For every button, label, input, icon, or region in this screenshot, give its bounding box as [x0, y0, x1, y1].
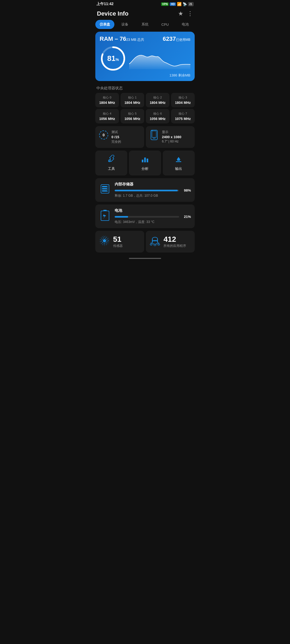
status-bar: 上午11:42 VPN HD 📶 📡 21 — [93, 0, 197, 8]
analysis-button[interactable]: 分析 — [129, 151, 161, 175]
storage-progress-fill — [115, 190, 178, 191]
storage-icon — [99, 184, 111, 196]
svg-rect-5 — [152, 131, 156, 137]
battery-icon — [99, 209, 111, 223]
svg-rect-14 — [177, 160, 180, 161]
storage-progress-bg — [115, 190, 179, 191]
sensors-count: 51 — [113, 235, 123, 244]
core-4: 核心 4 1056 MHz — [95, 109, 119, 123]
tab-battery[interactable]: 电池 — [176, 20, 195, 29]
battery-percent: 21% — [181, 215, 191, 219]
svg-rect-12 — [147, 159, 148, 162]
hd-indicator: HD — [170, 2, 176, 6]
tab-bar: 仪表盘 设备 系统 CPU 电池 — [93, 20, 197, 32]
core-1: 核心 1 1804 MHz — [121, 93, 144, 107]
tools-icon — [97, 155, 125, 165]
output-icon — [165, 155, 193, 165]
core-6: 核心 6 1056 MHz — [146, 109, 169, 123]
svg-point-21 — [107, 188, 108, 189]
ram-title: RAM – 7623 MB 总共 — [100, 35, 144, 42]
ram-used: 6237已使用MB — [163, 35, 190, 42]
apps-count: 412 — [164, 235, 186, 244]
status-time: 上午11:42 — [96, 2, 114, 6]
action-row: 工具 分析 输出 — [93, 151, 197, 178]
ram-chart — [129, 48, 190, 69]
header-actions: ★ ⋮ — [178, 10, 193, 17]
cpu-section-title: 中央处理器状态 — [93, 85, 197, 93]
vpn-indicator: VPN — [161, 2, 169, 6]
ram-card: RAM – 7623 MB 总共 6237已使用MB 81% — [95, 32, 195, 81]
bottom-stats-row: 51 传感器 412 所有的应用程序 — [93, 231, 197, 255]
sensors-label: 传感器 — [113, 244, 123, 248]
core-0: 核心 0 1804 MHz — [95, 93, 119, 107]
svg-text:0: 0 — [103, 133, 105, 137]
nav-bar — [93, 255, 197, 261]
storage-sub: 释放: 1.7 GB，总共: 107.0 GB — [115, 193, 191, 198]
cpu-cores-grid: 核心 0 1804 MHz 核心 1 1804 MHz 核心 2 1804 MH… — [93, 93, 197, 126]
sensors-icon — [99, 235, 110, 248]
svg-rect-10 — [142, 160, 143, 162]
favorite-button[interactable]: ★ — [178, 10, 183, 17]
apps-icon — [150, 235, 160, 248]
svg-point-22 — [107, 191, 108, 191]
app-header: Device Info ★ ⋮ — [93, 8, 197, 20]
display-icon — [149, 130, 159, 140]
wifi-icon: 📡 — [183, 2, 187, 6]
svg-rect-24 — [103, 210, 107, 211]
apps-label: 所有的应用程序 — [164, 244, 186, 248]
core-7: 核心 7 1075 MHz — [171, 109, 195, 123]
svg-rect-11 — [144, 158, 146, 162]
tab-system[interactable]: 系统 — [136, 20, 155, 29]
menu-button[interactable]: ⋮ — [187, 10, 193, 17]
svg-rect-6 — [153, 138, 155, 138]
analysis-label: 分析 — [131, 166, 159, 171]
storage-progress-row: 98% — [115, 188, 191, 192]
core-2: 核心 2 1804 MHz — [146, 93, 169, 107]
apps-card[interactable]: 412 所有的应用程序 — [146, 231, 195, 253]
battery-progress-fill — [115, 216, 128, 218]
battery-progress-bg — [115, 216, 179, 218]
ram-remaining: 1386 剩余MB — [100, 73, 190, 78]
battery-progress-row: 21% — [115, 215, 191, 219]
app-title: Device Info — [97, 10, 128, 17]
output-label: 输出 — [165, 166, 193, 171]
output-button[interactable]: 输出 — [163, 151, 195, 175]
sensors-card[interactable]: 51 传感器 — [95, 231, 144, 253]
middle-cards: 0 测试 0 /15 完全的 显示 644 x 290 6.7" | 60 … — [93, 126, 197, 151]
battery-title: 电池 — [115, 208, 191, 213]
storage-title: 内部存储器 — [115, 182, 191, 187]
core-3: 核心 3 1804 MHz — [171, 93, 195, 107]
svg-rect-15 — [176, 161, 181, 162]
tools-label: 工具 — [97, 166, 125, 171]
storage-percent: 98% — [181, 188, 191, 192]
test-card[interactable]: 0 测试 0 /15 完全的 — [95, 126, 144, 148]
battery-sub: 电压: 3463mV，温度: 33 °C — [115, 220, 191, 224]
svg-point-25 — [103, 239, 106, 242]
core-5: 核心 5 1056 MHz — [121, 109, 144, 123]
battery-indicator: 21 — [188, 2, 194, 6]
analysis-icon — [131, 155, 159, 165]
test-icon: 0 — [99, 130, 109, 140]
svg-marker-13 — [177, 157, 180, 160]
svg-point-20 — [107, 186, 108, 187]
tab-cpu[interactable]: CPU — [155, 20, 175, 29]
storage-card[interactable]: 内部存储器 98% 释放: 1.7 GB，总共: 107.0 GB — [95, 178, 195, 202]
svg-rect-7 — [151, 130, 153, 131]
ram-gauge: 81% — [100, 45, 126, 72]
signal-icon: 📶 — [177, 2, 182, 6]
tools-button[interactable]: 工具 — [95, 151, 127, 175]
battery-card[interactable]: 电池 21% 电压: 3463mV，温度: 33 °C — [95, 204, 195, 228]
nav-pill — [129, 258, 161, 259]
status-icons: VPN HD 📶 📡 21 — [161, 2, 194, 6]
tab-dashboard[interactable]: 仪表盘 — [95, 20, 114, 29]
tab-devices[interactable]: 设备 — [115, 20, 135, 29]
display-card[interactable]: 显示 644 x 290 6.7" | 60 Hz — [146, 126, 195, 148]
